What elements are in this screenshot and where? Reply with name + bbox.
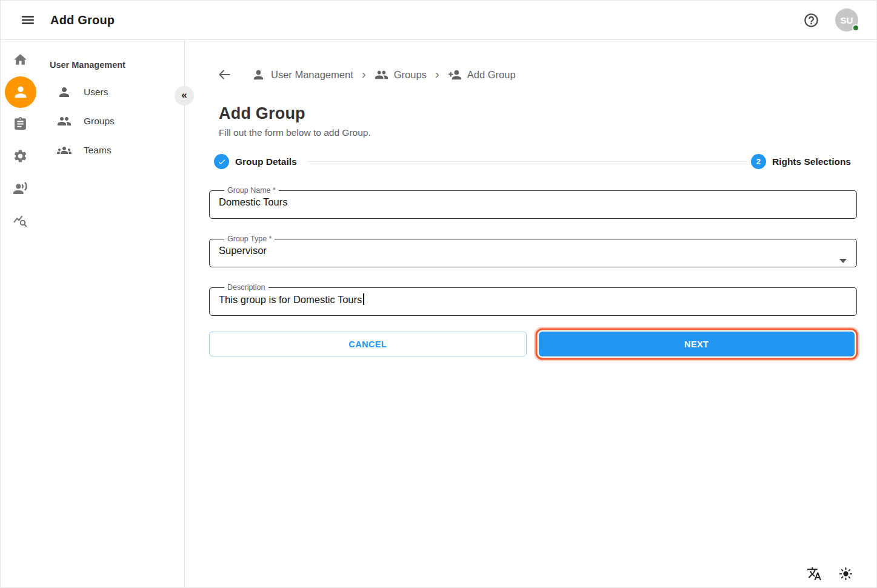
add-group-form: Group Name * Domestic Tours Group Type *… bbox=[209, 186, 857, 356]
back-arrow-icon[interactable] bbox=[216, 67, 232, 82]
breadcrumb-row: User Management › Groups › Add Group bbox=[209, 67, 857, 82]
breadcrumb-user-management[interactable]: User Management bbox=[252, 68, 353, 82]
breadcrumb-add-group[interactable]: Add Group bbox=[448, 68, 516, 82]
sidebar-section-title: User Management bbox=[50, 52, 184, 78]
group-type-select[interactable]: Group Type * Supervisor bbox=[209, 235, 857, 267]
settings-icon[interactable] bbox=[1, 140, 40, 172]
brightness-icon[interactable] bbox=[838, 566, 853, 581]
breadcrumb: User Management › Groups › Add Group bbox=[252, 67, 516, 82]
query-stats-icon[interactable] bbox=[1, 204, 40, 236]
chevron-right-icon: › bbox=[362, 67, 366, 82]
sidebar-item-label: Users bbox=[84, 87, 108, 98]
group-name-field[interactable]: Group Name * Domestic Tours bbox=[209, 186, 857, 219]
footer-icons bbox=[807, 566, 853, 581]
app-title: Add Group bbox=[50, 13, 115, 27]
group-name-label: Group Name * bbox=[224, 186, 279, 195]
online-status-dot bbox=[852, 24, 859, 32]
page-title: Add Group bbox=[219, 104, 857, 123]
sidebar: User Management Users Groups Teams « bbox=[1, 40, 185, 587]
description-label: Description bbox=[224, 283, 268, 292]
stepper-connector bbox=[307, 161, 747, 162]
main-content: User Management › Groups › Add Group Add… bbox=[185, 40, 876, 587]
record-voice-over-icon[interactable] bbox=[1, 172, 40, 204]
double-chevron-left-icon: « bbox=[181, 89, 187, 101]
person-add-icon bbox=[448, 68, 462, 82]
breadcrumb-label: User Management bbox=[271, 69, 353, 81]
stepper: Group Details 2 Rights Selections bbox=[214, 154, 857, 169]
step-1-label: Group Details bbox=[235, 156, 297, 167]
breadcrumb-groups[interactable]: Groups bbox=[375, 68, 427, 82]
sidebar-item-groups[interactable]: Groups bbox=[40, 107, 184, 136]
avatar[interactable]: SU bbox=[835, 8, 858, 32]
help-icon[interactable] bbox=[803, 12, 819, 28]
top-app-bar: Add Group SU bbox=[1, 1, 876, 40]
app-window: Add Group SU bbox=[0, 0, 877, 588]
step-2-label: Rights Selections bbox=[772, 156, 851, 167]
group-type-value: Supervisor bbox=[219, 245, 847, 256]
home-icon[interactable] bbox=[1, 44, 40, 76]
breadcrumb-label: Groups bbox=[394, 69, 427, 81]
step-2-number: 2 bbox=[756, 157, 761, 166]
page-subtitle: Fill out the form below to add Group. bbox=[219, 127, 857, 138]
text-cursor bbox=[363, 293, 364, 305]
step-2-circle[interactable]: 2 bbox=[751, 154, 766, 169]
avatar-initials: SU bbox=[841, 15, 853, 25]
user-management-icon[interactable] bbox=[1, 76, 40, 108]
step-1-circle[interactable] bbox=[214, 154, 229, 169]
icon-rail bbox=[1, 40, 40, 587]
chevron-right-icon: › bbox=[435, 67, 439, 82]
next-button[interactable]: NEXT bbox=[539, 332, 855, 356]
groups-icon bbox=[57, 143, 72, 158]
group-name-value: Domestic Tours bbox=[219, 196, 847, 208]
sidebar-menu: User Management Users Groups Teams bbox=[40, 40, 184, 587]
sidebar-item-label: Teams bbox=[84, 145, 112, 156]
sidebar-item-teams[interactable]: Teams bbox=[40, 136, 184, 165]
description-value: This group is for Domestic Tours bbox=[219, 294, 362, 305]
cancel-button[interactable]: CANCEL bbox=[209, 332, 527, 356]
translate-icon[interactable] bbox=[807, 566, 822, 581]
group-type-label: Group Type * bbox=[224, 235, 275, 243]
person-icon bbox=[252, 68, 265, 82]
people-icon bbox=[375, 68, 388, 82]
sidebar-collapse-button[interactable]: « bbox=[175, 86, 194, 105]
sidebar-item-users[interactable]: Users bbox=[40, 78, 184, 107]
sidebar-item-label: Groups bbox=[84, 116, 115, 127]
description-field[interactable]: Description This group is for Domestic T… bbox=[209, 283, 857, 316]
person-icon bbox=[57, 85, 72, 99]
assignment-icon[interactable] bbox=[1, 108, 40, 140]
dropdown-arrow-icon bbox=[839, 259, 847, 263]
breadcrumb-label: Add Group bbox=[467, 69, 516, 81]
hamburger-menu-icon[interactable] bbox=[20, 12, 36, 28]
people-icon bbox=[57, 114, 72, 129]
check-icon bbox=[218, 158, 226, 166]
active-nav-circle bbox=[5, 76, 36, 108]
